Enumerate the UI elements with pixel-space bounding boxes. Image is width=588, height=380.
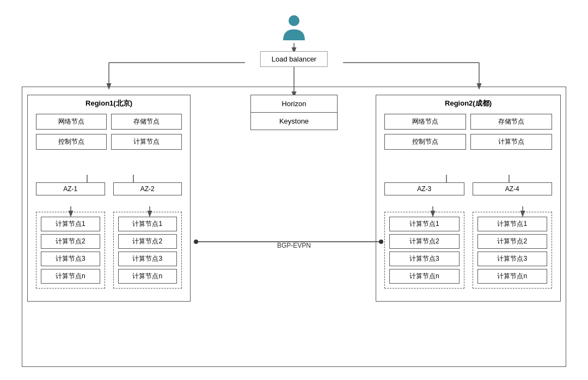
az2-computen: 计算节点n bbox=[118, 269, 177, 284]
az2-compute-group: 计算节点1 计算节点2 计算节点3 计算节点n bbox=[113, 212, 182, 289]
region1-node-storage: 存储节点 bbox=[111, 114, 182, 130]
az3-computen: 计算节点n bbox=[389, 269, 460, 284]
az4-computen: 计算节点n bbox=[477, 269, 548, 284]
svg-point-25 bbox=[289, 15, 299, 26]
az3-compute1: 计算节点1 bbox=[389, 217, 460, 231]
az1-compute2: 计算节点2 bbox=[41, 234, 100, 249]
region1-node-network: 网络节点 bbox=[36, 114, 107, 130]
region1-node-compute: 计算节点 bbox=[111, 134, 182, 150]
region2-box: Region2(成都) 网络节点 存储节点 控制节点 计算节点 AZ-3 AZ-… bbox=[376, 95, 561, 302]
az4-box: AZ-4 bbox=[473, 182, 553, 195]
bgp-evpn-label: BGP-EVPN bbox=[277, 242, 311, 249]
az2-compute3: 计算节点3 bbox=[118, 252, 177, 266]
az3-compute-group: 计算节点1 计算节点2 计算节点3 计算节点n bbox=[384, 212, 464, 289]
az3-compute2: 计算节点2 bbox=[389, 234, 460, 249]
region1-node-control: 控制节点 bbox=[36, 134, 107, 150]
center-column: Horizon Keystone BGP-EVPN bbox=[250, 95, 338, 249]
region2-compute-groups: 计算节点1 计算节点2 计算节点3 计算节点n 计算节点1 计算节点2 计算节点… bbox=[376, 212, 560, 289]
region1-node-grid: 网络节点 存储节点 控制节点 计算节点 bbox=[28, 114, 190, 150]
region1-az-container: AZ-1 AZ-2 bbox=[28, 182, 190, 195]
horizon-box: Horizon bbox=[250, 95, 338, 113]
load-balancer-label: Load balancer bbox=[272, 55, 316, 63]
region2-title: Region2(成都) bbox=[376, 99, 560, 108]
region2-node-control: 控制节点 bbox=[384, 134, 466, 150]
load-balancer-box: Load balancer bbox=[260, 51, 328, 67]
region2-node-network: 网络节点 bbox=[384, 114, 466, 130]
region1-title: Region1(北京) bbox=[28, 99, 190, 108]
az3-compute3: 计算节点3 bbox=[389, 252, 460, 266]
az4-compute-group: 计算节点1 计算节点2 计算节点3 计算节点n bbox=[473, 212, 553, 289]
region1-box: Region1(北京) 网络节点 存储节点 控制节点 计算节点 AZ-1 AZ-… bbox=[27, 95, 191, 302]
az4-compute3: 计算节点3 bbox=[477, 252, 548, 266]
az4-compute1: 计算节点1 bbox=[477, 217, 548, 231]
user-icon bbox=[280, 13, 308, 43]
region2-node-compute: 计算节点 bbox=[470, 134, 552, 150]
region1-compute-groups: 计算节点1 计算节点2 计算节点3 计算节点n 计算节点1 计算节点2 计算节点… bbox=[28, 212, 190, 289]
az1-computen: 计算节点n bbox=[41, 269, 100, 284]
az1-compute-group: 计算节点1 计算节点2 计算节点3 计算节点n bbox=[36, 212, 105, 289]
az1-box: AZ-1 bbox=[36, 182, 105, 195]
architecture-diagram: Load balancer Region1(北京) 网络节点 存储节点 控制节点… bbox=[11, 8, 577, 372]
region2-node-grid: 网络节点 存储节点 控制节点 计算节点 bbox=[376, 114, 560, 150]
az1-compute3: 计算节点3 bbox=[41, 252, 100, 266]
az3-box: AZ-3 bbox=[384, 182, 464, 195]
keystone-box: Keystone bbox=[250, 113, 338, 130]
region2-node-storage: 存储节点 bbox=[470, 114, 552, 130]
az2-compute1: 计算节点1 bbox=[118, 217, 177, 231]
az2-box: AZ-2 bbox=[113, 182, 182, 195]
az2-compute2: 计算节点2 bbox=[118, 234, 177, 249]
az4-compute2: 计算节点2 bbox=[477, 234, 548, 249]
region2-az-container: AZ-3 AZ-4 bbox=[376, 182, 560, 195]
az1-compute1: 计算节点1 bbox=[41, 217, 100, 231]
